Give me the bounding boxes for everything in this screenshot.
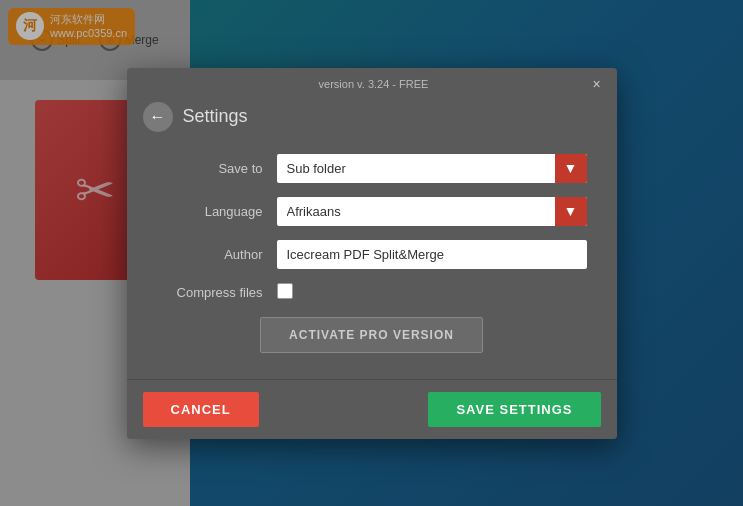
language-select[interactable]: Afrikaans English French German Spanish <box>277 197 587 226</box>
save-to-label: Save to <box>157 161 277 176</box>
cancel-button[interactable]: CANCEL <box>143 392 259 427</box>
language-row: Language Afrikaans English French German… <box>157 197 587 226</box>
save-to-row: Save to Sub folder Same folder Custom fo… <box>157 154 587 183</box>
compress-row: Compress files <box>157 283 587 303</box>
compress-wrap <box>277 283 587 303</box>
dialog-header: version v. 3.24 - FREE × <box>127 68 617 96</box>
dialog-title: Settings <box>183 106 248 127</box>
compress-checkbox[interactable] <box>277 283 293 299</box>
language-wrap: Afrikaans English French German Spanish … <box>277 197 587 226</box>
author-input[interactable] <box>277 240 587 269</box>
modal-overlay: version v. 3.24 - FREE × ← Settings Save… <box>0 0 743 506</box>
language-label: Language <box>157 204 277 219</box>
save-to-wrap: Sub folder Same folder Custom folder ▼ <box>277 154 587 183</box>
activate-pro-button[interactable]: ACTIVATE PRO VERSION <box>260 317 483 353</box>
activate-wrap: ACTIVATE PRO VERSION <box>157 317 587 353</box>
settings-dialog: version v. 3.24 - FREE × ← Settings Save… <box>127 68 617 439</box>
back-button[interactable]: ← <box>143 102 173 132</box>
author-label: Author <box>157 247 277 262</box>
author-row: Author <box>157 240 587 269</box>
save-to-select[interactable]: Sub folder Same folder Custom folder <box>277 154 587 183</box>
version-label: version v. 3.24 - FREE <box>159 78 589 90</box>
author-wrap <box>277 240 587 269</box>
dialog-footer: CANCEL SAVE SETTINGS <box>127 379 617 439</box>
save-settings-button[interactable]: SAVE SETTINGS <box>428 392 600 427</box>
compress-label: Compress files <box>157 285 277 300</box>
dialog-title-bar: ← Settings <box>127 96 617 148</box>
form-body: Save to Sub folder Same folder Custom fo… <box>127 148 617 379</box>
close-button[interactable]: × <box>589 76 605 92</box>
